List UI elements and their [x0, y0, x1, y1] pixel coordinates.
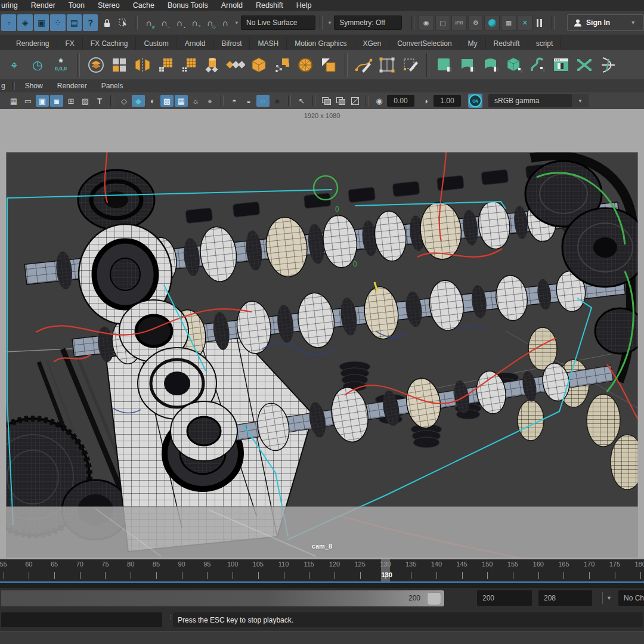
menu-item-help[interactable]: Help: [290, 1, 318, 10]
shelf-tab-fx[interactable]: FX: [57, 37, 82, 50]
isolate-select-button[interactable]: ↖: [295, 95, 308, 107]
hypershade-button[interactable]: [484, 15, 500, 30]
snap-to-curve-button[interactable]: ∩~: [157, 14, 172, 31]
menu-item-arnold[interactable]: Arnold: [215, 1, 249, 10]
motion-blur-button[interactable]: ◒: [242, 95, 255, 107]
shelf-tab-convertselection[interactable]: ConvertSelection: [389, 37, 460, 50]
colorspace-caret-icon[interactable]: ▼: [572, 94, 589, 107]
ipr-render-button[interactable]: IPR: [451, 15, 467, 30]
shelf-zero-transforms-button[interactable]: * 0,0,0: [51, 55, 70, 75]
ambient-occlusion-button[interactable]: ◓: [228, 95, 241, 107]
highlight-selection-button[interactable]: [116, 14, 131, 31]
grid-toggle-button[interactable]: ▦: [7, 95, 20, 107]
shelf-mash-replicate-button[interactable]: [133, 55, 152, 75]
shelf-curve-pencil-button[interactable]: [354, 55, 373, 75]
render-setup-button[interactable]: ▦: [501, 15, 516, 30]
shelf-mash-waiter-button[interactable]: [86, 55, 106, 75]
shelf-tab-script[interactable]: script: [528, 37, 562, 50]
shelf-redshift-rendersettings-button[interactable]: [552, 55, 571, 75]
snap-options-caret-icon[interactable]: ▾: [236, 20, 239, 26]
shelf-redshift-convert-button[interactable]: [575, 55, 595, 75]
gate-mask-button[interactable]: ◙: [50, 95, 63, 107]
lock-selection-button[interactable]: [99, 14, 114, 31]
live-surface-field[interactable]: No Live Surface: [241, 16, 315, 30]
gamma-field[interactable]: 1.00: [434, 95, 461, 107]
viewport[interactable]: 1920 x 1080: [0, 109, 644, 559]
menu-item-bonus-tools[interactable]: Bonus Tools: [161, 1, 215, 10]
shelf-tab-rendering[interactable]: Rendering: [8, 37, 57, 50]
sign-in-caret-icon[interactable]: ▼: [630, 20, 636, 26]
shelf-tab-mash[interactable]: MASH: [250, 37, 287, 50]
shelf-redshift-volume-button[interactable]: [482, 55, 501, 75]
depth-peeling-button[interactable]: ■: [271, 95, 284, 107]
safe-title-button[interactable]: T: [93, 95, 106, 107]
wireframe-on-shaded-button[interactable]: ▩: [160, 95, 174, 107]
selection-mask-component-button[interactable]: ▣: [34, 14, 49, 31]
shelf-mash-trails-button[interactable]: [273, 55, 292, 75]
colorspace-dropdown[interactable]: sRGB gamma ▼: [488, 94, 589, 107]
shelf-mash-id-button[interactable]: [179, 55, 199, 75]
shelf-delete-history-button[interactable]: ◷: [28, 55, 47, 75]
default-material-button[interactable]: ▦: [175, 95, 188, 107]
textured-display-button[interactable]: ◐: [146, 95, 159, 107]
time-slider[interactable]: 5560657075808590951001051101151201251301…: [0, 559, 644, 583]
selection-mask-object-button[interactable]: ◈: [17, 14, 32, 31]
character-set-caret-icon[interactable]: ▼: [606, 595, 612, 601]
field-chart-button[interactable]: ⊞: [64, 95, 78, 107]
open-render-view-button[interactable]: ◉: [419, 15, 434, 30]
region-crop-button[interactable]: [348, 95, 361, 107]
film-gate-button[interactable]: ▭: [21, 95, 35, 107]
antialiasing-button[interactable]: ○: [256, 95, 270, 107]
shelf-mash-distribute-button[interactable]: [110, 55, 129, 75]
menu-item-texturing[interactable]: uring: [0, 1, 24, 10]
shaded-display-button[interactable]: ◆: [132, 95, 145, 107]
shelf-tab-fx-caching[interactable]: FX Caching: [83, 37, 137, 50]
menu-item-stereo[interactable]: Stereo: [91, 1, 126, 10]
selection-mask-misc-button[interactable]: ?: [83, 14, 98, 31]
animation-end-field[interactable]: 208: [538, 590, 592, 606]
range-end-handle[interactable]: [427, 592, 441, 605]
snap-to-grid-button[interactable]: ∩#: [142, 14, 156, 31]
shelf-dotted-pencil-button[interactable]: [401, 55, 420, 75]
selection-mask-hierarchy-button[interactable]: ▫: [1, 14, 16, 31]
lighting-toggle-button[interactable]: ☼: [189, 95, 202, 107]
snap-to-projected-center-button[interactable]: ∩°: [188, 14, 202, 31]
sign-in-button[interactable]: Sign In ▼: [567, 14, 644, 31]
remote-render-button[interactable]: ✕: [518, 15, 533, 30]
panel-menu-show[interactable]: Show: [18, 82, 50, 90]
playback-end-field[interactable]: 200: [477, 590, 532, 606]
snap-to-view-plane-button[interactable]: ∩◇: [203, 14, 217, 31]
shelf-tab-my[interactable]: My: [460, 37, 486, 50]
safe-action-button[interactable]: ▨: [79, 95, 92, 107]
shelf-mash-offset-button[interactable]: [226, 55, 245, 75]
viewport-canvas[interactable]: 0 0: [6, 152, 638, 558]
current-time-marker[interactable]: 130: [381, 559, 390, 581]
shadows-toggle-button[interactable]: ●: [203, 95, 216, 107]
menu-item-render[interactable]: Render: [24, 1, 62, 10]
texture-placement-button[interactable]: [334, 95, 347, 107]
shelf-tab-custom[interactable]: Custom: [136, 37, 177, 50]
shelf-tab-redshift[interactable]: Redshift: [486, 37, 528, 50]
shelf-redshift-material-button[interactable]: [436, 55, 455, 75]
menu-item-redshift[interactable]: Redshift: [249, 1, 290, 10]
shelf-tab-xgen[interactable]: XGen: [355, 37, 390, 50]
resolution-gate-button[interactable]: ▣: [36, 95, 49, 107]
exposure-icon[interactable]: ◉: [373, 95, 386, 107]
shelf-tab-bifrost[interactable]: Bifrost: [213, 37, 250, 50]
symmetry-field[interactable]: Symmetry: Off: [334, 16, 402, 30]
shelf-mash-grid-button[interactable]: [156, 55, 175, 75]
symmetry-caret-icon[interactable]: ▾: [329, 20, 332, 26]
shelf-redshift-ipr-button[interactable]: [599, 55, 618, 75]
shelf-edit-frame-button[interactable]: [377, 55, 397, 75]
shelf-mash-placer-button[interactable]: [319, 55, 338, 75]
playback-range-bar[interactable]: 200: [0, 590, 445, 607]
panel-menu-panels[interactable]: Panels: [94, 82, 131, 90]
color-management-toggle[interactable]: ON: [468, 94, 482, 108]
shelf-center-pivot-button[interactable]: ⌖: [5, 55, 24, 75]
selection-mask-rendering-button[interactable]: ▤: [67, 14, 82, 31]
shelf-redshift-proxy-button[interactable]: [506, 55, 525, 75]
menu-item-toon[interactable]: Toon: [62, 1, 91, 10]
snap-to-point-button[interactable]: ∩•: [172, 14, 187, 31]
render-current-frame-button[interactable]: ▢: [435, 15, 451, 30]
render-settings-button[interactable]: ⚙: [468, 15, 484, 30]
